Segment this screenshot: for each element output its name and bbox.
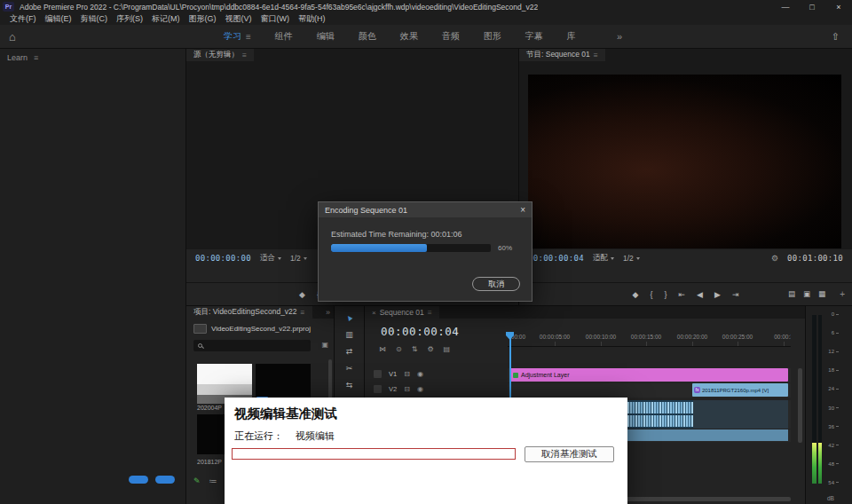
benchmark-progress-bar bbox=[232, 448, 516, 460]
list-view-icon[interactable]: ≔ bbox=[209, 476, 217, 485]
tab-program-monitor[interactable]: 节目: Sequence 01 ≡ bbox=[519, 49, 605, 61]
home-icon[interactable]: ⌂ bbox=[9, 30, 16, 43]
play-button[interactable]: ▶ bbox=[714, 290, 721, 299]
tab-project[interactable]: 项目: VideoEditingSecond_v22 ≡ bbox=[186, 306, 312, 319]
quick-export-icon[interactable]: ⇧ bbox=[832, 31, 840, 43]
cancel-button[interactable]: 取消 bbox=[472, 277, 520, 291]
menu-help[interactable]: 帮助(H) bbox=[294, 13, 330, 25]
panel-menu-icon[interactable]: ≡ bbox=[34, 53, 38, 62]
timeline-settings-icon[interactable]: ⚙ bbox=[427, 345, 433, 353]
workspace-menu-icon[interactable]: ≡ bbox=[246, 32, 251, 42]
source-resolution-select[interactable]: 1/2 bbox=[290, 254, 307, 263]
menu-graphics[interactable]: 图形(G) bbox=[185, 13, 221, 25]
maximize-button[interactable]: □ bbox=[799, 0, 825, 13]
razor-tool-icon[interactable]: ✂ bbox=[346, 364, 353, 373]
meter-fill bbox=[818, 443, 823, 484]
panel-overflow-icon[interactable]: » bbox=[326, 308, 330, 317]
lift-button[interactable]: ▤ bbox=[788, 289, 795, 298]
comparison-view-button[interactable]: ▦ bbox=[818, 289, 825, 298]
add-marker-button[interactable]: ◆ bbox=[299, 290, 305, 299]
sync-lock-icon[interactable]: ⊟ bbox=[404, 370, 410, 378]
scale-tick bbox=[836, 389, 839, 390]
menu-window[interactable]: 窗口(W) bbox=[256, 13, 295, 25]
sync-lock-icon[interactable]: ⊟ bbox=[404, 385, 410, 393]
menu-edit[interactable]: 编辑(E) bbox=[41, 13, 76, 25]
tab-source-monitor[interactable]: 源（无剪辑） ≡ bbox=[186, 49, 254, 61]
workspace-tab-graphics[interactable]: 图形 bbox=[484, 30, 501, 43]
pagination-pill[interactable] bbox=[129, 476, 148, 484]
tab-sequence[interactable]: × Sequence 01 ≡ bbox=[365, 306, 439, 319]
panel-menu-icon[interactable]: ≡ bbox=[301, 308, 305, 317]
menu-clip[interactable]: 剪辑(C) bbox=[76, 13, 113, 25]
export-frame-button[interactable]: ▣ bbox=[803, 289, 810, 298]
cancel-benchmark-button[interactable]: 取消基准测试 bbox=[525, 446, 614, 462]
track-output-icon[interactable]: ◉ bbox=[417, 370, 423, 378]
nest-icon[interactable]: ⋈ bbox=[379, 345, 386, 353]
clip-adjustment-layer[interactable]: Adjustment Layer bbox=[510, 368, 788, 382]
workspace-tab-assembly[interactable]: 组件 bbox=[275, 30, 293, 43]
mark-in-button[interactable]: { bbox=[650, 290, 652, 299]
track-output-icon[interactable]: ◉ bbox=[417, 385, 423, 393]
program-timecode-current[interactable]: 00:00:00:04 bbox=[528, 254, 584, 263]
benchmark-dialog: 视频编辑基准测试 正在运行： 视频编辑 取消基准测试 bbox=[225, 398, 627, 504]
close-icon[interactable]: × bbox=[372, 309, 376, 317]
clip-audio-continuation[interactable] bbox=[693, 400, 788, 429]
workspace-tab-color[interactable]: 颜色 bbox=[359, 30, 376, 43]
selection-tool-icon[interactable]: ▲ bbox=[345, 313, 353, 322]
track-source-assign[interactable] bbox=[374, 370, 382, 378]
workspace-tab-learning[interactable]: 学习 ≡ bbox=[224, 30, 251, 43]
timeline-timecode[interactable]: 00:00:00:04 bbox=[381, 325, 459, 338]
track-label[interactable]: V2 bbox=[389, 385, 397, 393]
track-select-tool-icon[interactable]: ▥ bbox=[345, 330, 353, 339]
timeline-ruler[interactable]: :00:00 00:00:05:00 00:00:10:00 00:00:15:… bbox=[508, 331, 791, 347]
menu-file[interactable]: 文件(F) bbox=[5, 13, 41, 25]
timeline-vertical-scrollbar[interactable] bbox=[798, 368, 802, 443]
project-search-input[interactable] bbox=[207, 342, 306, 350]
program-zoom-select[interactable]: 适配 bbox=[593, 253, 614, 264]
program-extra-controls: ▤ ▣ ▦ bbox=[788, 289, 825, 298]
track-source-assign[interactable] bbox=[374, 385, 382, 393]
panel-menu-icon[interactable]: ≡ bbox=[242, 51, 247, 59]
source-timecode-current[interactable]: 00:00:00:00 bbox=[195, 254, 251, 263]
workspace-tab-audio[interactable]: 音频 bbox=[442, 30, 460, 43]
workspace-tab-captions[interactable]: 字幕 bbox=[525, 30, 543, 43]
workspace-overflow-icon[interactable]: » bbox=[617, 31, 622, 42]
workspace-tab-editing[interactable]: 编辑 bbox=[317, 30, 335, 43]
track-label[interactable]: V1 bbox=[389, 370, 397, 378]
settings-wrench-icon[interactable]: ⚙ bbox=[771, 254, 778, 263]
mark-out-button[interactable]: } bbox=[664, 290, 667, 299]
close-button[interactable]: × bbox=[825, 0, 852, 13]
project-search-box[interactable] bbox=[193, 340, 311, 351]
go-to-out-button[interactable]: ⇥ bbox=[732, 290, 739, 299]
step-back-button[interactable]: ◀ bbox=[697, 290, 703, 299]
minimize-button[interactable]: — bbox=[772, 0, 799, 13]
button-editor-plus-icon[interactable]: + bbox=[840, 289, 845, 299]
panel-menu-icon[interactable]: ≡ bbox=[594, 51, 598, 59]
encoding-dialog-titlebar[interactable]: Encoding Sequence 01 × bbox=[319, 202, 532, 217]
encoding-dialog: Encoding Sequence 01 × Estimated Time Re… bbox=[318, 201, 532, 302]
close-icon[interactable]: × bbox=[520, 205, 525, 215]
edit-pencil-icon[interactable]: ✎ bbox=[193, 476, 201, 485]
markers-icon[interactable]: ▤ bbox=[444, 345, 451, 353]
project-file-row[interactable]: VideoEditingSecond_v22.prproj bbox=[193, 324, 311, 334]
menu-markers[interactable]: 标记(M) bbox=[147, 13, 185, 25]
ripple-edit-tool-icon[interactable]: ⇄ bbox=[346, 347, 353, 356]
snap-icon[interactable]: ⊙ bbox=[396, 345, 402, 353]
window-controls: — □ × bbox=[772, 0, 852, 13]
workspace-tab-libraries[interactable]: 库 bbox=[567, 30, 576, 43]
slip-tool-icon[interactable]: ⇆ bbox=[346, 381, 353, 390]
scale-label: 6 bbox=[825, 330, 834, 335]
go-to-in-button[interactable]: ⇤ bbox=[679, 290, 686, 299]
workspace-tab-effects[interactable]: 效果 bbox=[400, 30, 418, 43]
menu-sequence[interactable]: 序列(S) bbox=[112, 13, 147, 25]
source-zoom-select[interactable]: 适合 bbox=[260, 253, 281, 264]
program-timecode-duration: 00:01:00:10 bbox=[787, 254, 843, 263]
search-options-icon[interactable]: ▣ bbox=[321, 341, 328, 349]
add-marker-button[interactable]: ◆ bbox=[633, 290, 639, 299]
pagination-pill[interactable] bbox=[155, 476, 175, 484]
program-resolution-select[interactable]: 1/2 bbox=[623, 254, 640, 263]
menu-view[interactable]: 视图(V) bbox=[221, 13, 256, 25]
linked-selection-icon[interactable]: ⇅ bbox=[412, 345, 418, 353]
panel-menu-icon[interactable]: ≡ bbox=[428, 308, 432, 317]
clip-video[interactable]: fx 201811PRGT2160p.mp4 [V] bbox=[692, 383, 788, 397]
